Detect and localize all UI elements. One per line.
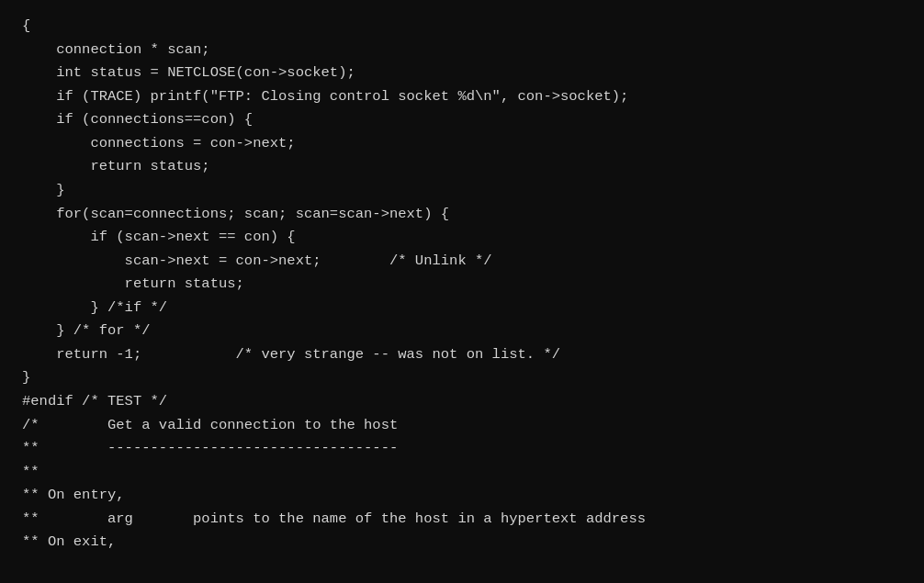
code-line: for(scan=connections; scan; scan=scan->n… — [22, 203, 902, 227]
code-line: if (TRACE) printf("FTP: Closing control … — [22, 85, 902, 109]
code-line: return status; — [22, 273, 902, 297]
code-line: ** On entry, — [22, 484, 902, 508]
code-line: #endif /* TEST */ — [22, 390, 902, 414]
code-line: } — [22, 179, 902, 203]
code-display: { connection * scan; int status = NETCLO… — [0, 0, 924, 583]
code-line: connections = con->next; — [22, 132, 902, 156]
code-line: } /*if */ — [22, 297, 902, 320]
code-line: } /* for */ — [22, 320, 902, 343]
code-line: ** arg points to the name of the host in… — [22, 508, 902, 532]
code-line: /* Get a valid connection to the host — [22, 414, 902, 438]
code-line: ** ---------------------------------- — [22, 437, 902, 461]
code-line: ** On exit, — [22, 531, 902, 555]
code-line: return -1; /* very strange -- was not on… — [22, 343, 902, 367]
code-line: int status = NETCLOSE(con->socket); — [22, 62, 902, 85]
code-line: ** — [22, 461, 902, 485]
code-line: { — [22, 15, 902, 39]
code-line: if (connections==con) { — [22, 108, 902, 132]
code-line: scan->next = con->next; /* Unlink */ — [22, 250, 902, 274]
code-line: return status; — [22, 155, 902, 179]
code-line: if (scan->next == con) { — [22, 226, 902, 250]
code-line: connection * scan; — [22, 39, 902, 62]
code-line: } — [22, 366, 902, 390]
